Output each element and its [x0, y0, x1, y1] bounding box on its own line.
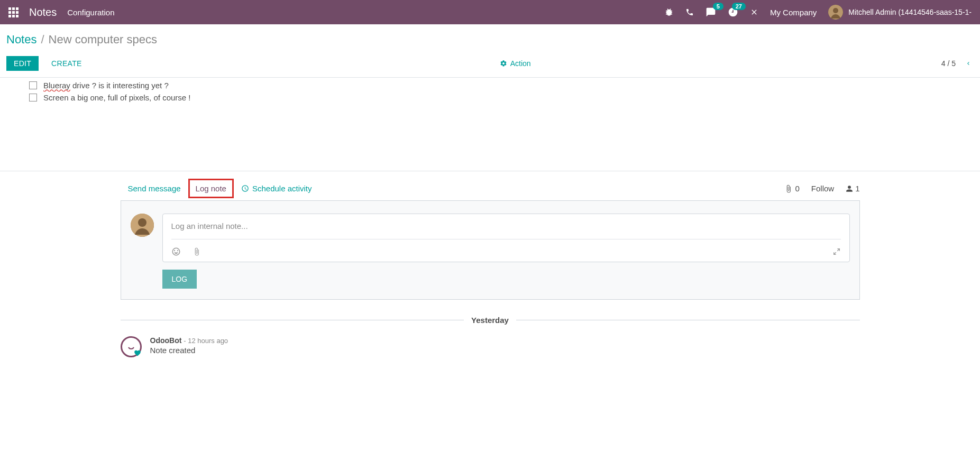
log-time: - 12 hours ago — [184, 337, 228, 345]
user-name: Mitchell Admin (14414546-saas-15-1- — [848, 8, 972, 16]
emoji-icon[interactable] — [171, 247, 181, 256]
follow-button[interactable]: Follow — [811, 184, 834, 193]
apps-menu-icon[interactable] — [8, 7, 19, 17]
row-1-text: Blueray drive ? is it interesting yet ? — [43, 81, 169, 90]
control-right: 4 / 5 — [941, 59, 974, 68]
avatar — [828, 5, 843, 20]
composer: LOG — [121, 200, 860, 300]
gear-icon — [500, 60, 507, 67]
tab-log-note[interactable]: Log note — [188, 179, 234, 198]
bot-avatar — [121, 336, 142, 357]
tab-send-message[interactable]: Send message — [121, 179, 188, 198]
menu-configuration[interactable]: Configuration — [67, 8, 114, 17]
edit-button[interactable]: EDIT — [6, 56, 39, 71]
chatter: Send message Log note Schedule activity … — [117, 171, 863, 368]
log-divider-label: Yesterday — [464, 316, 516, 325]
control-panel: EDIT CREATE Action 4 / 5 — [0, 51, 980, 78]
tab-schedule-activity[interactable]: Schedule activity — [234, 179, 319, 198]
messages-icon[interactable]: 5 — [706, 7, 716, 17]
company-switch[interactable]: My Company — [770, 8, 817, 17]
chatter-right: 0 Follow 1 — [784, 184, 859, 193]
log-entry: OdooBot - 12 hours ago Note created — [121, 336, 860, 368]
heart-icon — [134, 349, 141, 357]
breadcrumb-root[interactable]: Notes — [6, 33, 36, 47]
chatter-wrap: Send message Log note Schedule activity … — [0, 171, 980, 368]
composer-avatar — [131, 214, 154, 237]
phone-icon[interactable] — [685, 8, 694, 16]
paperclip-icon — [784, 184, 793, 193]
composer-box — [162, 214, 850, 262]
bug-icon[interactable] — [664, 7, 674, 17]
composer-tools — [171, 247, 841, 256]
checkbox-2[interactable] — [29, 94, 37, 101]
user-menu[interactable]: Mitchell Admin (14414546-saas-15-1- — [828, 5, 972, 20]
activities-badge: 27 — [732, 3, 746, 10]
navbar-left: Notes Configuration — [8, 6, 114, 19]
app-title[interactable]: Notes — [29, 6, 57, 19]
chatter-tabs: Send message Log note Schedule activity … — [121, 171, 860, 198]
followers-count: 1 — [855, 184, 859, 193]
schedule-label: Schedule activity — [252, 184, 312, 193]
control-left: EDIT CREATE — [6, 56, 89, 71]
breadcrumb: Notes / New computer specs — [6, 33, 974, 47]
log-header: OdooBot - 12 hours ago — [150, 336, 860, 345]
pager-prev[interactable] — [963, 59, 974, 68]
log-author: OdooBot — [150, 336, 182, 345]
navbar: Notes Configuration 5 27 My Company Mitc… — [0, 0, 980, 24]
close-icon[interactable] — [750, 8, 758, 16]
person-icon — [846, 185, 853, 192]
attach-icon[interactable] — [193, 247, 201, 256]
activities-icon[interactable]: 27 — [728, 7, 738, 17]
composer-input[interactable] — [171, 221, 841, 239]
checklist-row-2: Screen a big one, full of pixels, of cou… — [29, 93, 974, 102]
checkbox-1[interactable] — [29, 81, 37, 89]
navbar-right: 5 27 My Company Mitchell Admin (14414546… — [664, 5, 972, 20]
clock-icon — [241, 184, 249, 192]
messages-badge: 5 — [713, 3, 723, 10]
log-button[interactable]: LOG — [162, 270, 197, 289]
spellcheck-word: Blueray — [43, 81, 70, 90]
attachments-count: 0 — [795, 184, 799, 193]
checklist-row-1: Blueray drive ? is it interesting yet ? — [29, 81, 974, 90]
action-dropdown[interactable]: Action — [500, 59, 531, 68]
log-body: OdooBot - 12 hours ago Note created — [150, 336, 860, 355]
note-content: Blueray drive ? is it interesting yet ? … — [0, 78, 980, 102]
followers-button[interactable]: 1 — [846, 184, 859, 193]
svg-point-1 — [833, 8, 838, 13]
create-button[interactable]: CREATE — [44, 56, 89, 71]
breadcrumb-area: Notes / New computer specs — [0, 24, 980, 51]
attachments-button[interactable]: 0 — [784, 184, 799, 193]
log-text: Note created — [150, 346, 860, 355]
log-divider: Yesterday — [121, 316, 860, 325]
row-2-text: Screen a big one, full of pixels, of cou… — [43, 93, 191, 102]
pager[interactable]: 4 / 5 — [941, 59, 956, 68]
breadcrumb-current: New computer specs — [49, 33, 157, 47]
svg-point-3 — [138, 218, 146, 227]
expand-icon[interactable] — [832, 247, 841, 256]
composer-main: LOG — [162, 214, 850, 289]
breadcrumb-sep: / — [41, 33, 44, 47]
action-label: Action — [510, 59, 531, 68]
